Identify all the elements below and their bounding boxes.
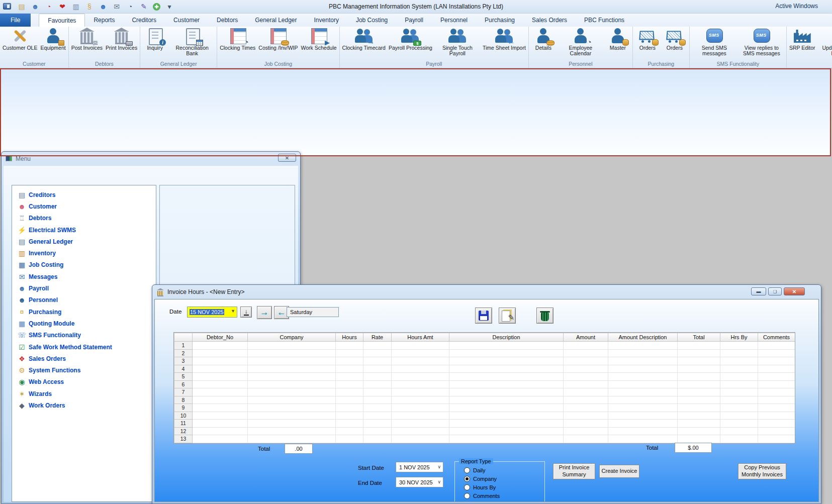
grid-cell[interactable] bbox=[193, 404, 248, 412]
grid-cell[interactable] bbox=[608, 404, 678, 412]
grid-cell[interactable] bbox=[193, 412, 248, 420]
grid-cell[interactable] bbox=[758, 342, 795, 350]
grid-cell[interactable] bbox=[758, 404, 795, 412]
menu-item-wizards[interactable]: ✶Wizards bbox=[17, 388, 156, 399]
menu-item-payroll[interactable]: ☻Payroll bbox=[17, 282, 156, 294]
grid-cell[interactable] bbox=[564, 380, 608, 388]
grid-cell[interactable] bbox=[336, 365, 363, 373]
employee-calendar-button[interactable]: Employee Calendar bbox=[557, 27, 604, 57]
grid-cell[interactable] bbox=[720, 380, 758, 388]
grid-cell[interactable] bbox=[608, 435, 678, 443]
menu-item-purchasing[interactable]: ¤Purchasing bbox=[17, 306, 156, 318]
grid-cell[interactable] bbox=[449, 357, 564, 365]
tab-inventory[interactable]: Inventory bbox=[306, 14, 347, 27]
row-number-cell[interactable]: 5 bbox=[174, 373, 193, 381]
grid-cell[interactable] bbox=[193, 357, 248, 365]
grid-cell[interactable] bbox=[564, 427, 608, 435]
grid-cell[interactable] bbox=[392, 404, 449, 412]
grid-cell[interactable] bbox=[678, 357, 720, 365]
grid-cell[interactable] bbox=[363, 412, 392, 420]
print-invoice-summary-button[interactable]: Print Invoice Summary bbox=[553, 463, 595, 479]
grid-cell[interactable] bbox=[720, 388, 758, 396]
grid-cell[interactable] bbox=[449, 365, 564, 373]
radio-company-icon[interactable] bbox=[464, 476, 470, 482]
tab-file[interactable]: File bbox=[0, 14, 31, 27]
row-number-cell[interactable]: 6 bbox=[174, 380, 193, 388]
tab-personnel[interactable]: Personnel bbox=[432, 14, 476, 27]
grid-cell[interactable] bbox=[392, 349, 449, 357]
grid-cell[interactable] bbox=[720, 404, 758, 412]
grid-cell[interactable] bbox=[449, 404, 564, 412]
grid-cell[interactable] bbox=[336, 373, 363, 381]
inquiry-button[interactable]: Inquiry bbox=[141, 27, 168, 51]
equipment-button[interactable]: Equipment bbox=[39, 27, 67, 51]
grid-cell[interactable] bbox=[336, 388, 363, 396]
grid-cell[interactable] bbox=[758, 373, 795, 381]
grid-cell[interactable] bbox=[363, 342, 392, 350]
grid-cell[interactable] bbox=[363, 427, 392, 435]
grid-cell[interactable] bbox=[678, 349, 720, 357]
grid-cell[interactable] bbox=[564, 435, 608, 443]
customer-ole-button[interactable]: Customer OLE bbox=[1, 27, 39, 51]
grid-cell[interactable] bbox=[363, 373, 392, 381]
row-number-cell[interactable]: 11 bbox=[174, 420, 193, 428]
menu-item-work-orders[interactable]: ◆Work Orders bbox=[17, 399, 156, 411]
row-number-cell[interactable]: 12 bbox=[174, 427, 193, 435]
grid-cell[interactable] bbox=[248, 380, 336, 388]
grid-cell[interactable] bbox=[193, 427, 248, 435]
grid-cell[interactable] bbox=[608, 373, 678, 381]
grid-cell[interactable] bbox=[392, 396, 449, 404]
grid-cell[interactable] bbox=[363, 388, 392, 396]
grid-cell[interactable] bbox=[720, 357, 758, 365]
grid-cell[interactable] bbox=[564, 404, 608, 412]
grid-cell[interactable] bbox=[248, 404, 336, 412]
grid-cell[interactable] bbox=[392, 412, 449, 420]
grid-cell[interactable] bbox=[193, 435, 248, 443]
menu-item-sms-functionality[interactable]: ☏SMS Functionality bbox=[17, 330, 156, 341]
grid-cell[interactable] bbox=[720, 373, 758, 381]
time-sheet-import-button[interactable]: Time Sheet Import bbox=[481, 27, 527, 51]
grid-cell[interactable] bbox=[248, 342, 336, 350]
save-button[interactable] bbox=[475, 308, 492, 324]
menu-item-inventory[interactable]: ▥Inventory bbox=[17, 247, 156, 259]
minimize-icon[interactable] bbox=[751, 287, 766, 295]
update-rebuild-indexes-button[interactable]: Update/Rebuild Indexes bbox=[817, 27, 832, 57]
grid-cell[interactable] bbox=[248, 388, 336, 396]
grid-cell[interactable] bbox=[449, 380, 564, 388]
menu-item-system-functions[interactable]: ⚙System Functions bbox=[17, 364, 156, 376]
grid-cell[interactable] bbox=[608, 443, 678, 444]
grid-cell[interactable] bbox=[720, 435, 758, 443]
clocking-times-button[interactable]: Clocking Times bbox=[218, 27, 257, 51]
grid-cell[interactable] bbox=[449, 420, 564, 428]
grid-cell[interactable] bbox=[720, 420, 758, 428]
tab-sales-orders[interactable]: Sales Orders bbox=[523, 14, 576, 27]
grid-cell[interactable] bbox=[449, 412, 564, 420]
grid-cell[interactable] bbox=[608, 427, 678, 435]
grid-cell[interactable] bbox=[363, 396, 392, 404]
grid-cell[interactable] bbox=[720, 396, 758, 404]
grid-cell[interactable] bbox=[758, 396, 795, 404]
grid-cell[interactable] bbox=[248, 357, 336, 365]
restore-icon[interactable] bbox=[768, 287, 782, 295]
report-option-comments[interactable]: Comments bbox=[464, 492, 500, 499]
menu-item-messages[interactable]: ✉Messages bbox=[17, 271, 156, 282]
grid-cell[interactable] bbox=[193, 420, 248, 428]
end-date-combobox[interactable]: 30 NOV 2025 bbox=[396, 477, 443, 487]
grid-cell[interactable] bbox=[193, 443, 248, 444]
grid-cell[interactable] bbox=[193, 342, 248, 350]
grid-cell[interactable] bbox=[392, 420, 449, 428]
grid-cell[interactable] bbox=[336, 404, 363, 412]
grid-cell[interactable] bbox=[608, 388, 678, 396]
grid-cell[interactable] bbox=[336, 396, 363, 404]
grid-cell[interactable] bbox=[363, 365, 392, 373]
tab-pbc-functions[interactable]: PBC Functions bbox=[576, 14, 633, 27]
row-number-cell[interactable]: 3 bbox=[174, 357, 193, 365]
grid-cell[interactable] bbox=[608, 357, 678, 365]
grid-cell[interactable] bbox=[564, 396, 608, 404]
tab-purchasing[interactable]: Purchasing bbox=[476, 14, 523, 27]
tab-general-ledger[interactable]: General Ledger bbox=[246, 14, 305, 27]
delete-button[interactable] bbox=[536, 308, 553, 324]
grid-cell[interactable] bbox=[193, 396, 248, 404]
grid-cell[interactable] bbox=[678, 412, 720, 420]
grid-cell[interactable] bbox=[608, 420, 678, 428]
